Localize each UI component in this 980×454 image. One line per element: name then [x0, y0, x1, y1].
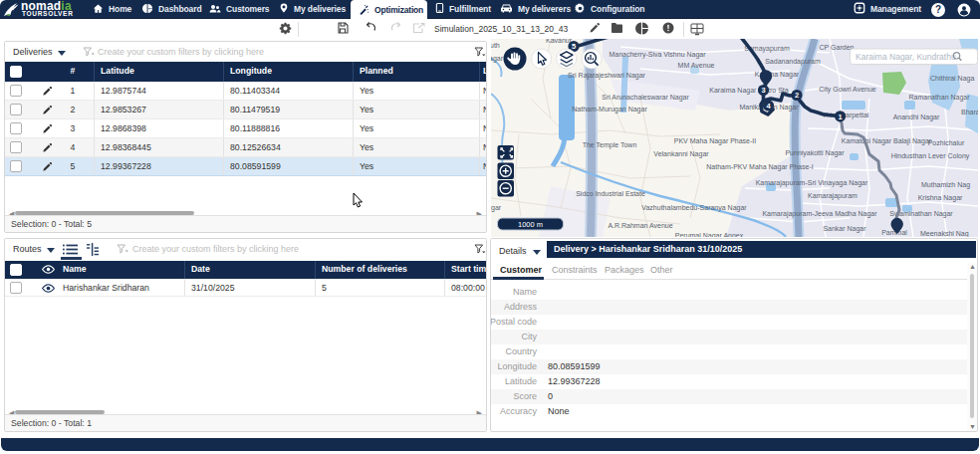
svg-text:Kamarajapuram-Jeeva Madha Naga: Kamarajapuram-Jeeva Madha Nagar	[762, 210, 877, 218]
svg-text:Meenakshi Nag: Meenakshi Nag	[920, 230, 969, 237]
svg-text:Vazhuthalambedu-Saranya Nagar: Vazhuthalambedu-Saranya Nagar	[641, 204, 747, 212]
svg-text:Kamarajapuram-Sri Vinayaga Nag: Kamarajapuram-Sri Vinayaga Nagar	[756, 179, 868, 187]
svg-text:Punniyakotti Nagar: Punniyakotti Nagar	[785, 149, 845, 157]
svg-text:Chithirai Naga: Chithirai Naga	[930, 75, 974, 83]
svg-text:Muthamizh Nag: Muthamizh Nag	[921, 181, 970, 189]
svg-text:Krishna Nagar: Krishna Nagar	[918, 194, 963, 202]
svg-text:2: 2	[795, 91, 799, 100]
svg-text:Anandhi Nagar: Anandhi Nagar	[893, 114, 940, 121]
svg-text:Sidco Industrial Estate: Sidco Industrial Estate	[576, 190, 645, 197]
svg-text:1000 m: 1000 m	[518, 220, 543, 229]
svg-text:Manacherry-Siva Vishnu Nagar: Manacherry-Siva Vishnu Nagar	[609, 51, 706, 59]
svg-text:MM Avenue: MM Avenue	[678, 62, 715, 69]
svg-text:The Temple Town: The Temple Town	[583, 141, 637, 149]
svg-text:agar: agar	[491, 55, 504, 63]
svg-text:Velankanni Nagar: Velankanni Nagar	[653, 150, 709, 158]
svg-text:Sri Arunachaleswarar Nagar: Sri Arunachaleswarar Nagar	[602, 94, 689, 102]
svg-text:PKV Maha Nagar Phase-II: PKV Maha Nagar Phase-II	[674, 137, 757, 145]
svg-text:Sri Rajarajeshwari Nagar: Sri Rajarajeshwari Nagar	[568, 72, 645, 80]
svg-text:CP Garden: CP Garden	[820, 44, 855, 51]
svg-text:Karaima Nagar Metro Sta: Karaima Nagar Metro Sta	[709, 87, 788, 95]
svg-text:Sadanandapuram: Sadanandapuram	[765, 58, 821, 66]
svg-text:Perumal Nagar Annex: Perumal Nagar Annex	[675, 232, 744, 237]
svg-text:3: 3	[761, 86, 765, 95]
svg-text:Hindusthan Lever Colony: Hindusthan Lever Colony	[891, 152, 970, 160]
svg-text:Sankar Nagar: Sankar Nagar	[823, 225, 866, 233]
svg-text:Pozhichalur: Pozhichalur	[928, 139, 965, 146]
svg-text:5: 5	[572, 42, 576, 51]
svg-text:Ramanathan Nagar: Ramanathan Nagar	[908, 94, 970, 102]
svg-text:Kamarajapuram: Kamarajapuram	[808, 192, 858, 200]
svg-text:Natham-PKV Maha Nagar Phase-I: Natham-PKV Maha Nagar Phase-I	[706, 163, 813, 171]
svg-text:uth: uth	[491, 42, 500, 49]
svg-text:Kavanur: Kavanur	[546, 39, 573, 44]
svg-text:1: 1	[839, 113, 843, 121]
svg-text:Karaima Nagar, Kundrathu: Karaima Nagar, Kundrathu	[856, 52, 956, 62]
svg-text:A.R.Rahman Avenue: A.R.Rahman Avenue	[608, 222, 672, 229]
svg-text:Bharathi: Bharathi	[961, 109, 978, 115]
svg-text:Kamatchi Nagar Balaji Nagar: Kamatchi Nagar Balaji Nagar	[842, 137, 932, 145]
svg-text:Natham-Murugan Nagar: Natham-Murugan Nagar	[572, 106, 647, 114]
svg-text:gar: gar	[491, 204, 502, 212]
svg-text:City Gowri Avenue: City Gowri Avenue	[819, 86, 876, 94]
